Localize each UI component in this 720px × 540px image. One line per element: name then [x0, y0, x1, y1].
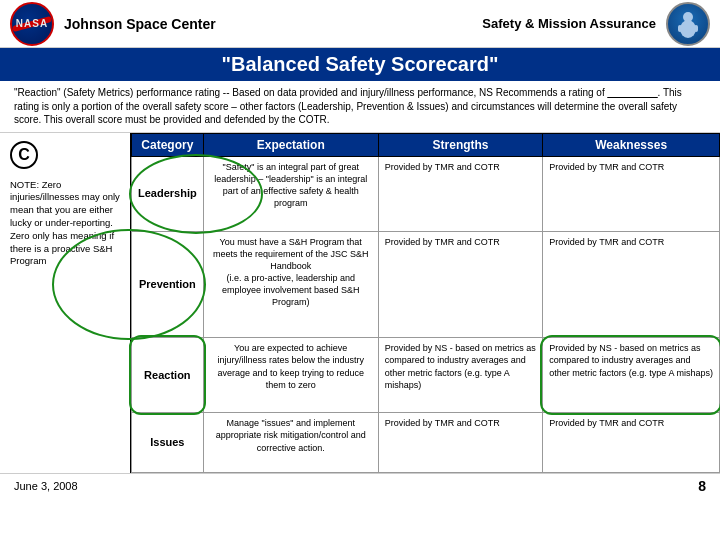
label-reaction: Reaction	[144, 369, 190, 381]
footer-page-number: 8	[698, 478, 706, 494]
page-footer: June 3, 2008 8	[0, 473, 720, 498]
expectation-prevention-text: You must have a S&H Program that meets t…	[213, 237, 369, 308]
intro-text: "Reaction" (Safety Metrics) performance …	[0, 81, 720, 133]
label-issues: Issues	[150, 436, 184, 448]
header-left: NASA Johnson Space Center	[10, 2, 216, 46]
expectation-prevention: You must have a S&H Program that meets t…	[203, 231, 378, 338]
weaknesses-leadership: Provided by TMR and COTR	[543, 156, 720, 231]
expectation-reaction: You are expected to achieve injury/illne…	[203, 338, 378, 413]
strengths-prevention: Provided by TMR and COTR	[378, 231, 543, 338]
org-name: Johnson Space Center	[64, 16, 216, 32]
svg-rect-3	[694, 25, 698, 32]
table-header-row: Category Expectation Strengths Weaknesse…	[132, 133, 720, 156]
table-row: Leadership "Safety" is an integral part …	[132, 156, 720, 231]
strengths-issues: Provided by TMR and COTR	[378, 413, 543, 472]
col-header-strengths: Strengths	[378, 133, 543, 156]
org-name-block: Johnson Space Center	[64, 16, 216, 32]
strengths-leadership: Provided by TMR and COTR	[378, 156, 543, 231]
page-header: NASA Johnson Space Center Safety & Missi…	[0, 0, 720, 48]
page-title: "Balanced Safety Scorecard"	[0, 48, 720, 81]
left-sidebar: C NOTE: Zero injuries/illnesses may only…	[0, 133, 130, 473]
safety-label: Safety & Mission Assurance	[482, 16, 656, 31]
col-header-weaknesses: Weaknesses	[543, 133, 720, 156]
expectation-issues-text: Manage "issues" and implement appropriat…	[216, 418, 366, 452]
col-header-expectation: Expectation	[203, 133, 378, 156]
weaknesses-issues: Provided by TMR and COTR	[543, 413, 720, 472]
table-row: Issues Manage "issues" and implement app…	[132, 413, 720, 472]
main-table: Category Expectation Strengths Weaknesse…	[131, 133, 720, 473]
svg-rect-2	[678, 25, 682, 32]
intro-text-part1: "Reaction" (Safety Metrics) performance …	[14, 87, 607, 98]
footer-date: June 3, 2008	[14, 480, 78, 492]
astronaut-logo	[666, 2, 710, 46]
strengths-reaction: Provided by NS - based on metrics as com…	[378, 338, 543, 413]
category-leadership: Leadership	[132, 156, 204, 231]
expectation-leadership-text: "Safety" is an integral part of great le…	[214, 162, 367, 208]
category-issues: Issues	[132, 413, 204, 472]
category-prevention: Prevention	[132, 231, 204, 338]
expectation-reaction-text: You are expected to achieve injury/illne…	[217, 343, 364, 389]
main-content: C NOTE: Zero injuries/illnesses may only…	[0, 133, 720, 473]
expectation-leadership: "Safety" is an integral part of great le…	[203, 156, 378, 231]
expectation-issues: Manage "issues" and implement appropriat…	[203, 413, 378, 472]
weaknesses-prevention: Provided by TMR and COTR	[543, 231, 720, 338]
scorecard-table: Category Expectation Strengths Weaknesse…	[130, 133, 720, 473]
label-prevention: Prevention	[139, 278, 196, 290]
category-reaction: Reaction	[132, 338, 204, 413]
table-row: Prevention You must have a S&H Program t…	[132, 231, 720, 338]
weaknesses-reaction: Provided by NS - based on metrics as com…	[543, 338, 720, 413]
label-leadership: Leadership	[138, 187, 197, 199]
col-header-category: Category	[132, 133, 204, 156]
nasa-logo: NASA	[10, 2, 54, 46]
sidebar-note: NOTE: Zero injuries/illnesses may only m…	[10, 179, 120, 269]
c-circle: C	[10, 141, 38, 169]
intro-blank: _________	[607, 87, 657, 98]
svg-point-1	[680, 20, 696, 38]
table-row: Reaction You are expected to achieve inj…	[132, 338, 720, 413]
nasa-logo-text: NASA	[16, 18, 48, 29]
